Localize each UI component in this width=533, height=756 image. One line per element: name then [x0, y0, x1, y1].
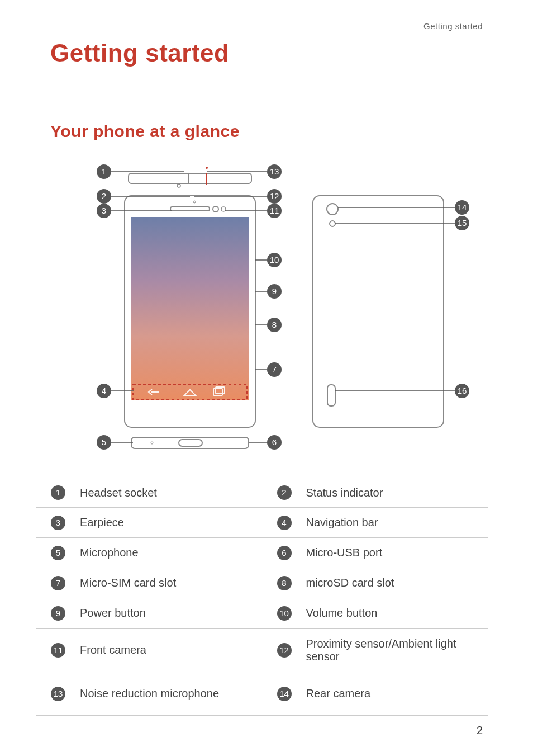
legend-number: 4 — [277, 516, 292, 530]
legend-number: 3 — [51, 516, 65, 530]
phone-diagram: 1 2 3 4 5 6 7 8 9 10 11 12 13 14 15 16 — [50, 161, 483, 474]
legend-row: 9Power button10Volume button — [36, 598, 488, 629]
legend-number: 2 — [277, 485, 292, 500]
svg-point-2 — [177, 184, 180, 187]
callout-12: 12 — [267, 189, 282, 204]
svg-rect-6 — [131, 217, 249, 400]
legend-label: Micro-SIM card slot — [80, 572, 263, 594]
callout-6: 6 — [267, 435, 282, 450]
legend-row: 7Micro-SIM card slot8microSD card slot — [36, 568, 488, 598]
legend-label: Microphone — [80, 542, 263, 564]
running-head: Getting started — [423, 21, 483, 31]
callout-2: 2 — [97, 189, 111, 204]
callout-16: 16 — [455, 384, 469, 398]
legend-row: 5Microphone6Micro-USB port — [36, 538, 488, 568]
legend-label: Headset socket — [80, 482, 263, 504]
callout-9: 9 — [267, 284, 282, 299]
svg-rect-37 — [327, 385, 335, 406]
callout-11: 11 — [267, 204, 282, 218]
callout-1: 1 — [97, 164, 111, 179]
legend-label: Rear camera — [306, 683, 489, 705]
callout-4: 4 — [97, 384, 111, 398]
legend-badge: 7 — [36, 576, 80, 590]
svg-point-4 — [206, 167, 208, 169]
callout-3: 3 — [97, 204, 111, 218]
legend-table: 1Headset socket2Status indicator3Earpiec… — [36, 478, 488, 716]
page-title: Getting started — [50, 39, 229, 67]
callout-14: 14 — [455, 200, 469, 215]
legend-label: Power button — [80, 602, 263, 624]
legend-label: Proximity sensor/Ambient light sensor — [306, 633, 489, 668]
callout-10: 10 — [267, 253, 282, 267]
legend-number: 12 — [277, 643, 292, 658]
callout-13: 13 — [267, 164, 282, 179]
legend-row: 1Headset socket2Status indicator — [36, 478, 488, 508]
svg-point-10 — [221, 207, 226, 211]
legend-number: 13 — [51, 687, 65, 701]
legend-badge: 3 — [36, 516, 80, 530]
legend-number: 7 — [51, 576, 65, 590]
legend-badge: 2 — [263, 485, 306, 500]
legend-badge: 12 — [263, 643, 306, 658]
callout-7: 7 — [267, 362, 282, 377]
svg-point-35 — [327, 204, 338, 215]
legend-number: 10 — [277, 606, 292, 621]
legend-badge: 13 — [36, 687, 80, 701]
legend-row: 3Earpiece4Navigation bar — [36, 508, 488, 538]
legend-badge: 10 — [263, 606, 306, 621]
svg-rect-0 — [129, 173, 251, 183]
legend-label: Earpiece — [80, 512, 263, 533]
svg-rect-16 — [179, 440, 202, 446]
legend-label: Status indicator — [306, 482, 489, 504]
legend-number: 9 — [51, 606, 65, 621]
legend-number: 6 — [277, 546, 292, 560]
section-title: Your phone at a glance — [50, 122, 240, 141]
legend-badge: 14 — [263, 687, 306, 701]
legend-badge: 4 — [263, 516, 306, 530]
legend-label: microSD card slot — [306, 572, 489, 594]
legend-number: 14 — [277, 687, 292, 701]
callout-8: 8 — [267, 318, 282, 332]
svg-point-36 — [330, 221, 335, 226]
legend-number: 1 — [51, 485, 65, 500]
legend-number: 5 — [51, 546, 65, 560]
legend-label: Front camera — [80, 639, 263, 661]
legend-label: Micro-USB port — [306, 542, 489, 564]
legend-badge: 5 — [36, 546, 80, 560]
legend-badge: 1 — [36, 485, 80, 500]
page-number: 2 — [477, 724, 483, 737]
legend-label: Navigation bar — [306, 512, 489, 533]
callout-15: 15 — [455, 216, 469, 230]
legend-badge: 6 — [263, 546, 306, 560]
svg-point-9 — [213, 206, 218, 212]
legend-number: 11 — [51, 643, 65, 658]
legend-label: Volume button — [306, 602, 489, 624]
legend-badge: 9 — [36, 606, 80, 621]
legend-row: 11Front camera12Proximity sensor/Ambient… — [36, 629, 488, 672]
legend-badge: 11 — [36, 643, 80, 658]
callout-5: 5 — [97, 435, 111, 450]
legend-label: Noise reduction microphone — [80, 683, 263, 705]
svg-rect-7 — [170, 207, 210, 211]
legend-badge: 8 — [263, 576, 306, 590]
legend-number: 8 — [277, 576, 292, 590]
legend-row: 13Noise reduction microphone14Rear camer… — [36, 672, 488, 716]
